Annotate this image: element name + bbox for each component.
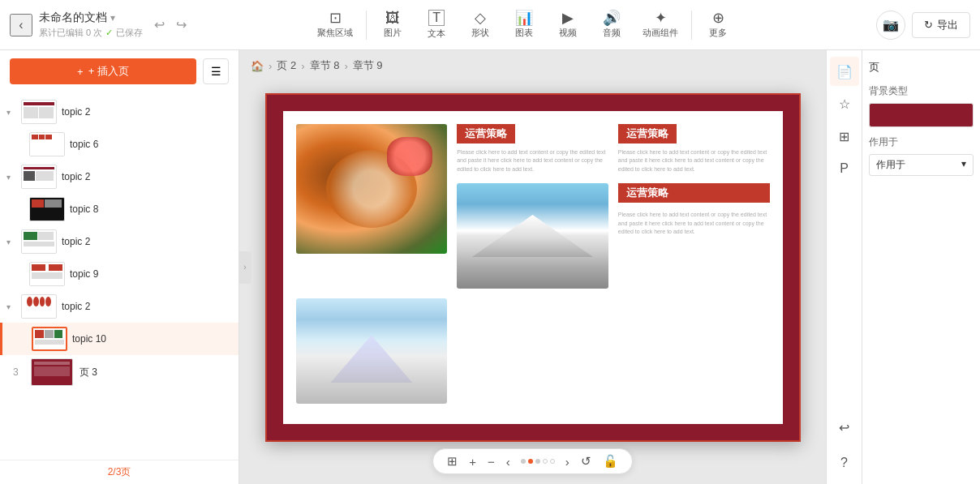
topic-group-2: ▾ topic 2: [0, 161, 239, 225]
main-toolbar: ‹ 未命名的文档 ▾ 累计已编辑 0 次 ✓ 已保存 ↩ ↪ ⊡ 聚焦区域 🖼 …: [0, 0, 980, 50]
left-sidebar: + + 插入页 ☰ ▾ topic: [0, 50, 239, 484]
text-tool[interactable]: T 文本: [415, 6, 458, 43]
slide-body-1: Please click here to add text content or…: [457, 148, 608, 174]
expand-icon-3[interactable]: ▾: [6, 238, 16, 246]
right-help-button[interactable]: ?: [830, 448, 859, 478]
right-panel: 📄 ☆ ⊞ P ↩ ? 页 背景类型 作用于 作: [826, 50, 980, 484]
topic-label-10: topic 10: [72, 333, 106, 345]
right-tab-page[interactable]: 📄: [830, 57, 859, 86]
focus-area-icon: ⊡: [329, 11, 342, 25]
expand-icon-4[interactable]: ▾: [6, 302, 16, 311]
right-tab-animation[interactable]: ☆: [830, 89, 859, 118]
sidebar-footer: 2/3页: [0, 460, 239, 484]
style-label: 作用于: [869, 135, 974, 149]
rotate-button[interactable]: ↺: [577, 452, 595, 470]
page-number-3: 3: [13, 366, 24, 378]
add-slide-button[interactable]: +: [465, 453, 480, 470]
topic-parent-2[interactable]: ▾ topic 2: [0, 161, 239, 193]
prev-slide-button[interactable]: ‹: [502, 453, 514, 470]
rotate-icon: ↺: [581, 454, 591, 469]
page-dots: [518, 459, 558, 464]
title-dropdown-icon[interactable]: ▾: [110, 12, 115, 24]
topic-label-1: topic 2: [62, 106, 90, 118]
video-tool[interactable]: ▶ 视频: [547, 7, 589, 42]
shape-tool[interactable]: ◇ 形状: [459, 7, 501, 42]
topic-child-10[interactable]: topic 10: [0, 323, 239, 355]
redo-button[interactable]: ↪: [171, 14, 191, 36]
topic-group-4: ▾ topic 2: [0, 290, 239, 355]
slide-cell-1[interactable]: 运营策略 Please click here to add text conte…: [457, 124, 608, 174]
doc-title: 未命名的文档: [39, 11, 107, 25]
chart-tool[interactable]: 📊 图表: [503, 7, 545, 42]
audio-tool[interactable]: 🔊 音频: [591, 7, 633, 42]
right-tab-ppt[interactable]: P: [830, 154, 859, 183]
breadcrumb-chapter2[interactable]: 章节 9: [353, 58, 383, 73]
slide-cell-mountain-img[interactable]: [457, 183, 608, 289]
saved-icon: ✓: [105, 28, 113, 38]
topic-child-8[interactable]: topic 8: [0, 193, 239, 225]
grid-icon: ⊞: [447, 454, 458, 469]
style-dropdown[interactable]: 作用于 ▾: [869, 154, 974, 176]
slide-cell-snow-img[interactable]: [296, 298, 448, 404]
lock-button[interactable]: 🔓: [599, 452, 622, 470]
page-thumb-3: [31, 358, 73, 386]
topic-child-9[interactable]: topic 9: [0, 258, 239, 290]
insert-button[interactable]: + + 插入页: [10, 58, 196, 84]
breadcrumb: 🏠 › 页 2 › 章节 8 › 章节 9: [251, 58, 383, 73]
prev-icon: ‹: [506, 455, 510, 469]
menu-button[interactable]: ☰: [203, 58, 229, 84]
return-icon: ↩: [839, 420, 849, 435]
expand-icon-1[interactable]: ▾: [6, 108, 16, 117]
image-tool[interactable]: 🖼 图片: [372, 7, 414, 42]
topic-thumb-4: [21, 294, 57, 319]
insert-plus-icon: +: [77, 66, 84, 78]
dot-1: [521, 459, 526, 464]
topic-parent-1[interactable]: ▾ topic 2: [0, 96, 239, 128]
topic-label-8: topic 8: [70, 203, 98, 215]
focus-area-tool[interactable]: ⊡ 聚焦区域: [309, 7, 361, 42]
back-button[interactable]: ‹: [10, 14, 32, 36]
collapse-handle[interactable]: ›: [239, 251, 251, 284]
topic-parent-4[interactable]: ▾ topic 2: [0, 290, 239, 323]
camera-button[interactable]: 📷: [876, 11, 905, 40]
bg-color-swatch[interactable]: [869, 103, 974, 127]
slide-cell-food-img[interactable]: [296, 124, 448, 289]
grid-style-icon: ⊞: [839, 129, 849, 144]
page-icon: 📄: [836, 64, 853, 79]
page-item-3[interactable]: 3 页 3: [0, 355, 239, 389]
topic-label-2b: topic 2: [62, 236, 90, 247]
bg-type-label: 背景类型: [869, 84, 974, 98]
topic-group-3: ▾ topic 2: [0, 225, 239, 290]
breadcrumb-home-icon[interactable]: 🏠: [251, 60, 264, 72]
topic-parent-3[interactable]: ▾ topic 2: [0, 225, 239, 258]
grid-view-button[interactable]: ⊞: [443, 452, 462, 470]
remove-icon: −: [488, 455, 495, 469]
animation-tool[interactable]: ✦ 动画组件: [634, 7, 686, 42]
export-button[interactable]: ↻ 导出: [912, 12, 970, 38]
topic-label-2a: topic 2: [62, 171, 90, 182]
more-tool[interactable]: ⊕ 更多: [697, 7, 739, 42]
toolbar-left: ‹ 未命名的文档 ▾ 累计已编辑 0 次 ✓ 已保存 ↩ ↪: [10, 11, 191, 39]
breadcrumb-chapter1[interactable]: 章节 8: [310, 58, 340, 73]
topic-label-9: topic 9: [70, 268, 98, 280]
slide-cell-5[interactable]: 运营策略 Please click here to add text conte…: [618, 183, 770, 289]
undo-button[interactable]: ↩: [149, 14, 170, 36]
sidebar-header: + + 插入页 ☰: [0, 50, 239, 92]
add-icon: +: [469, 455, 476, 469]
right-content: 页 背景类型 作用于 作用于 ▾: [862, 50, 980, 484]
bottom-toolbar: ⊞ + − ‹ › ↺: [432, 448, 633, 474]
remove-slide-button[interactable]: −: [484, 453, 499, 470]
topic-thumb-6: [29, 132, 65, 156]
next-slide-button[interactable]: ›: [561, 453, 574, 470]
page-count: 2/3页: [108, 466, 131, 478]
breadcrumb-page[interactable]: 页 2: [277, 58, 296, 73]
star-icon: ☆: [839, 96, 850, 112]
title-area: 未命名的文档 ▾ 累计已编辑 0 次 ✓ 已保存: [39, 11, 143, 39]
topic-child-6[interactable]: topic 6: [0, 128, 239, 161]
right-tab-style[interactable]: ⊞: [830, 122, 859, 151]
slide-title-2: 运营策略: [618, 124, 677, 143]
slide-cell-3[interactable]: 运营策略 Please click here to add text conte…: [618, 124, 770, 174]
expand-icon-2[interactable]: ▾: [6, 173, 16, 182]
right-return-button[interactable]: ↩: [830, 413, 859, 442]
slides-list: ▾ topic 2: [0, 92, 239, 460]
